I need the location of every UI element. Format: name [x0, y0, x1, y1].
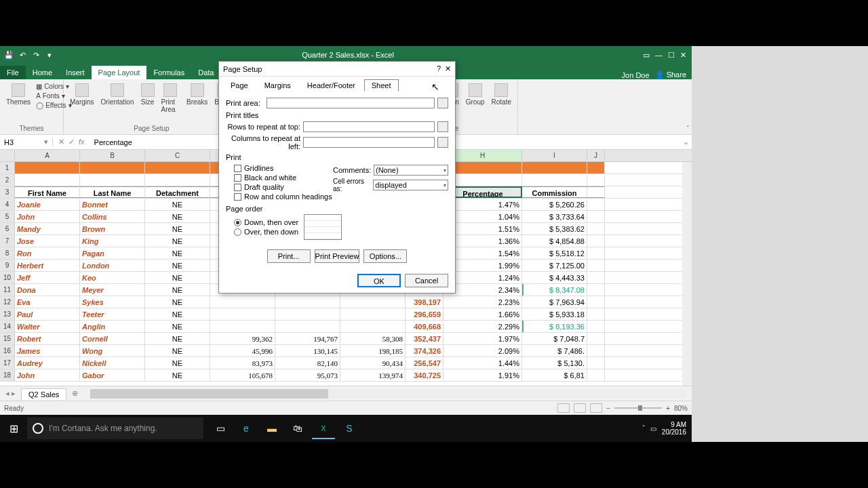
dialog-tab-header-footer[interactable]: Header/Footer	[300, 79, 363, 92]
row-header[interactable]: 8	[0, 247, 15, 259]
name-box[interactable]: H3▾	[0, 138, 53, 146]
zoom-slider[interactable]	[614, 407, 662, 409]
comments-select[interactable]: (None)▾	[374, 165, 448, 176]
tab-file[interactable]: File	[0, 66, 26, 79]
row-col-headings-check[interactable]: Row and column headings	[234, 192, 333, 201]
ok-button[interactable]: OK	[357, 274, 401, 287]
zoom-level[interactable]: 80%	[674, 405, 688, 412]
tab-home[interactable]: Home	[26, 66, 59, 79]
size-button[interactable]: Size	[139, 82, 157, 107]
print-area-input[interactable]	[267, 98, 435, 108]
dialog-close-icon[interactable]: ✕	[445, 64, 451, 73]
themes-button[interactable]: Themes	[4, 82, 33, 107]
black-white-check[interactable]: Black and white	[234, 174, 333, 182]
tray-network-icon[interactable]: ▭	[650, 425, 656, 432]
start-button[interactable]: ⊞	[0, 422, 27, 435]
ribbon-display-icon[interactable]: ▭	[643, 51, 650, 60]
row-header[interactable]: 5	[0, 211, 15, 222]
store-icon[interactable]: 🛍	[286, 418, 309, 439]
row-header[interactable]: 18	[0, 369, 15, 381]
down-then-over-radio[interactable]: Down, then over	[234, 218, 298, 226]
row-header[interactable]: 7	[0, 235, 15, 247]
save-icon[interactable]: 💾	[4, 50, 14, 60]
user-name[interactable]: Jon Doe	[622, 71, 650, 79]
enter-formula-icon[interactable]: ✓	[68, 138, 75, 146]
row-header[interactable]: 6	[0, 223, 15, 235]
row-header[interactable]: 14	[0, 321, 15, 332]
row-header[interactable]: 12	[0, 296, 15, 308]
row-header[interactable]: 13	[0, 308, 15, 320]
page-break-view-button[interactable]	[590, 403, 602, 413]
zoom-out-button[interactable]: −	[606, 405, 610, 412]
cancel-button[interactable]: Cancel	[405, 274, 448, 287]
orientation-button[interactable]: Orientation	[99, 82, 136, 107]
print-area-picker[interactable]	[437, 98, 448, 108]
tray-chevron-icon[interactable]: ˆ	[643, 425, 645, 432]
row-header[interactable]: 11	[0, 284, 15, 296]
page-layout-view-button[interactable]	[574, 403, 586, 413]
sheet-nav[interactable]: ◂ ▸	[0, 389, 21, 398]
file-explorer-icon[interactable]: ▬	[260, 418, 283, 439]
col-header-A[interactable]: A	[15, 150, 80, 161]
cell-errors-select[interactable]: displayed▾	[373, 180, 448, 190]
rows-repeat-picker[interactable]	[437, 121, 448, 132]
normal-view-button[interactable]	[557, 403, 570, 413]
row-header[interactable]: 17	[0, 357, 15, 369]
print-button[interactable]: Print...	[267, 249, 311, 263]
tab-data[interactable]: Data	[191, 66, 220, 79]
tray-clock[interactable]: 9 AM20/2016	[662, 421, 686, 436]
rows-repeat-input[interactable]	[303, 121, 435, 132]
maximize-icon[interactable]: ☐	[668, 51, 675, 60]
print-preview-button[interactable]: Print Preview	[315, 249, 360, 263]
options-button[interactable]: Options...	[363, 249, 407, 263]
row-header[interactable]: 15	[0, 333, 15, 344]
new-sheet-button[interactable]: ⊕	[66, 389, 83, 398]
dialog-help-icon[interactable]: ?	[437, 64, 441, 73]
edge-icon[interactable]: e	[235, 418, 258, 439]
row-header[interactable]: 3	[0, 186, 15, 198]
col-header-I[interactable]: I	[522, 150, 587, 161]
qat-customize-icon[interactable]: ▾	[45, 50, 54, 60]
redo-icon[interactable]: ↷	[31, 50, 41, 60]
dialog-tab-sheet[interactable]: Sheet	[364, 79, 399, 92]
tab-page-layout[interactable]: Page Layout	[92, 66, 147, 79]
skype-icon[interactable]: S	[338, 418, 361, 439]
dialog-tab-margins[interactable]: Margins	[257, 79, 298, 92]
tab-insert[interactable]: Insert	[59, 66, 92, 79]
excel-taskbar-icon[interactable]: x	[312, 418, 335, 439]
minimize-icon[interactable]: —	[655, 51, 663, 60]
horizontal-scrollbar[interactable]	[90, 389, 685, 399]
row-header[interactable]: 9	[0, 260, 15, 271]
margins-button[interactable]: Margins	[68, 82, 96, 107]
row-header[interactable]: 10	[0, 272, 15, 283]
row-header[interactable]: 4	[0, 199, 15, 210]
rotate-button[interactable]: Rotate	[490, 82, 513, 107]
expand-formula-bar-icon[interactable]: ⌄	[680, 138, 692, 146]
col-header-B[interactable]: B	[80, 150, 145, 161]
cols-repeat-picker[interactable]	[437, 137, 448, 148]
row-header[interactable]: 16	[0, 345, 15, 357]
over-then-down-radio[interactable]: Over, then down	[234, 228, 298, 236]
undo-icon[interactable]: ↶	[18, 50, 27, 60]
share-button[interactable]: 👤 Share	[655, 70, 686, 79]
col-header-J[interactable]: J	[587, 150, 605, 161]
dialog-tab-page[interactable]: Page	[223, 79, 256, 92]
gridlines-check[interactable]: Gridlines	[234, 164, 333, 172]
close-window-icon[interactable]: ✕	[680, 51, 686, 60]
task-view-icon[interactable]: ▭	[209, 418, 232, 439]
vertical-scrollbar[interactable]	[682, 162, 692, 386]
fx-icon[interactable]: fx	[79, 138, 85, 146]
row-header[interactable]: 2	[0, 174, 15, 186]
tab-formulas[interactable]: Formulas	[146, 66, 191, 79]
collapse-ribbon-icon[interactable]: ˆ	[687, 125, 689, 133]
print-area-button[interactable]: Print Area	[159, 82, 182, 115]
zoom-in-button[interactable]: +	[666, 405, 670, 412]
cancel-formula-icon[interactable]: ✕	[58, 138, 64, 146]
cortana-search[interactable]: I'm Cortana. Ask me anything.	[27, 418, 203, 439]
breaks-button[interactable]: Breaks	[184, 82, 210, 107]
row-header[interactable]: 1	[0, 162, 15, 174]
sheet-tab-q2-sales[interactable]: Q2 Sales	[21, 388, 66, 400]
draft-quality-check[interactable]: Draft quality	[234, 183, 333, 191]
group-button[interactable]: Group	[464, 82, 487, 107]
col-header-C[interactable]: C	[145, 150, 210, 161]
